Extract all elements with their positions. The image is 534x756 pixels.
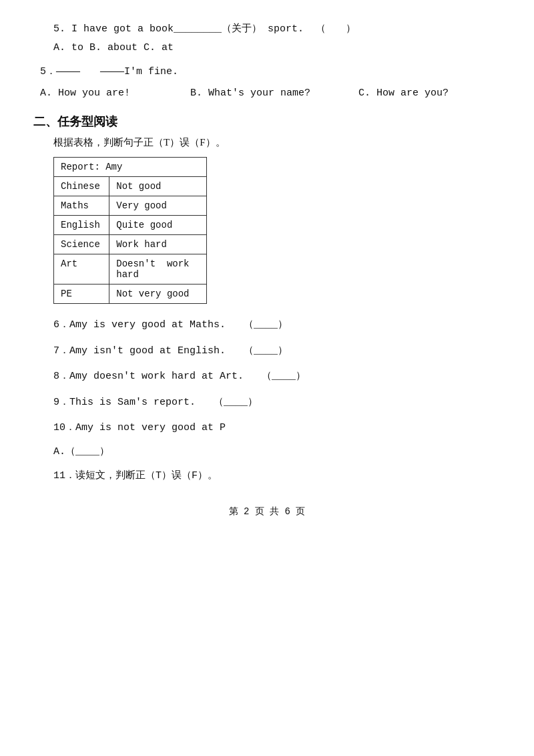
q10-continuation: A.（____） bbox=[53, 445, 501, 457]
table-row: Science bbox=[54, 235, 109, 254]
q5b-option-a: A. How you are! bbox=[40, 87, 130, 99]
question-7: 7．Amy isn't good at English. （____） bbox=[53, 342, 501, 361]
section-2-title: 二、任务型阅读 bbox=[33, 114, 501, 130]
q6-blank: （____） bbox=[244, 319, 288, 331]
q5b-number: 5 bbox=[40, 66, 46, 77]
table-header: Report: Amy bbox=[54, 158, 207, 177]
q5-answer-blank: （ ） bbox=[316, 23, 356, 35]
question-11: 11．读短文，判断正（T）误（F）。 bbox=[53, 467, 501, 486]
question-6: 6．Amy is very good at Maths. （____） bbox=[53, 316, 501, 335]
question-9: 9．This is Sam's report. （____） bbox=[53, 393, 501, 413]
table-row: Art bbox=[54, 254, 109, 285]
q8-blank: （____） bbox=[262, 371, 306, 382]
q9-blank: （____） bbox=[214, 397, 258, 408]
table-row: Doesn't workhard bbox=[109, 254, 207, 285]
table-row: English bbox=[54, 216, 109, 235]
question-5b: 5．———— ————I'm fine. bbox=[40, 63, 501, 81]
page-footer: 第 2 页 共 6 页 bbox=[33, 506, 501, 518]
table-row: Work hard bbox=[109, 235, 207, 254]
question-8: 8．Amy doesn't work hard at Art. （____） bbox=[53, 367, 501, 387]
q5-after: sport. bbox=[262, 23, 304, 35]
table-row: Not very good bbox=[109, 285, 207, 304]
q5b-option-b: B. What's your name? bbox=[190, 87, 310, 99]
q5b-options: A. How you are! B. What's your name? C. … bbox=[40, 87, 501, 99]
q7-blank: （____） bbox=[244, 345, 288, 357]
q5-options: A. to B. about C. at bbox=[53, 42, 501, 53]
q5-chinese: （关于） bbox=[222, 23, 262, 35]
table-row: Quite good bbox=[109, 216, 207, 235]
q5-text: 5. I have got a book bbox=[53, 23, 174, 35]
table-row: Not good bbox=[109, 177, 207, 196]
q5-blank: ________ bbox=[174, 23, 222, 35]
q5b-option-c: C. How are you? bbox=[358, 87, 449, 99]
section-2-instruction: 根据表格，判断句子正（T）误（F）。 bbox=[53, 136, 501, 149]
q5b-prompt: ．———— ————I'm fine. bbox=[46, 66, 178, 77]
page-number: 第 2 页 共 6 页 bbox=[229, 506, 306, 517]
report-table: Report: Amy Chinese Not good Maths Very … bbox=[53, 157, 207, 304]
table-row: Very good bbox=[109, 196, 207, 216]
question-5: 5. I have got a book________（关于） sport. … bbox=[53, 20, 501, 38]
table-row: Chinese bbox=[54, 177, 109, 196]
question-10: 10．Amy is not very good at P bbox=[53, 419, 501, 438]
table-row: Maths bbox=[54, 196, 109, 216]
table-row: PE bbox=[54, 285, 109, 304]
